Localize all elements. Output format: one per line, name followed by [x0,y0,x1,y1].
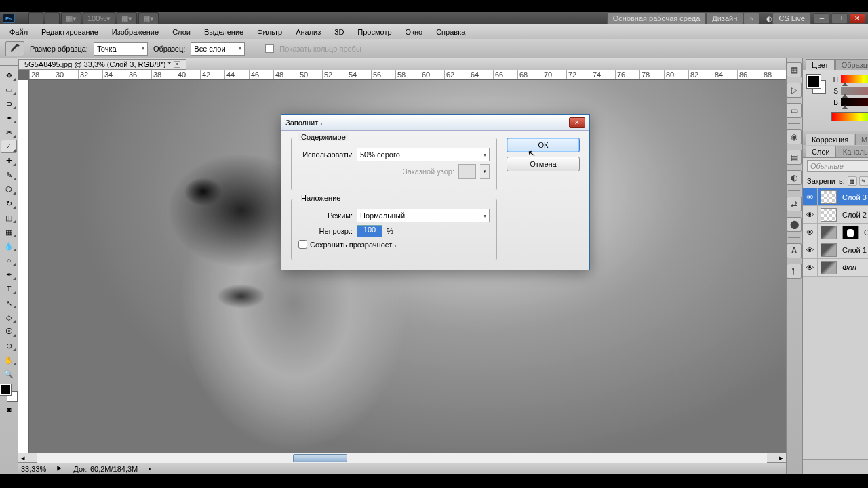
document-tab[interactable]: 5G5A8495.jpg @ 33,3% (Слой 3, RGB/8*) * … [18,59,186,70]
dialog-close-icon[interactable]: ✕ [569,117,585,128]
history-brush-tool[interactable]: ↻ [1,197,17,210]
toolbar-button[interactable] [45,12,60,24]
menu-file[interactable]: Файл [3,26,35,38]
wand-tool[interactable]: ✦ [1,111,17,125]
tab-swatches[interactable]: Образцы [835,59,868,70]
foreground-color-swatch[interactable] [0,384,11,395]
layout-dropdown[interactable]: ▦▾ [61,12,81,24]
layer-name[interactable]: Слой 2 [840,211,868,219]
layer-name[interactable]: Слой 1 [840,246,868,254]
layer-row[interactable]: 👁Слой 1 копия [803,224,868,241]
color-ramp[interactable] [831,112,868,121]
workspace-design[interactable]: Дизайн [706,12,743,24]
status-zoom[interactable]: 33,33% [21,465,46,473]
layer-thumbnail[interactable] [821,190,837,204]
tab-channels[interactable]: Каналы [837,146,868,157]
workspace-essentials[interactable]: Основная рабочая среда [607,12,707,24]
eyedropper-icon[interactable] [5,41,24,56]
arrow-icon[interactable]: ▸ [149,466,151,472]
dodge-tool[interactable]: ○ [1,253,17,267]
close-button[interactable]: ✕ [849,13,865,24]
layer-name[interactable]: Слой 3 [840,193,868,201]
panel-icon[interactable]: ◐ [787,170,802,185]
paragraph-panel-icon[interactable]: ¶ [787,264,802,279]
layer-row[interactable]: 👁Слой 3 [803,188,868,206]
opacity-input[interactable]: 100 [357,225,382,237]
show-ring-checkbox[interactable] [265,44,274,53]
visibility-icon[interactable]: 👁 [803,259,818,277]
lasso-tool[interactable]: ⊃ [1,97,17,110]
close-tab-icon[interactable]: ✕ [174,61,180,68]
tab-color[interactable]: Цвет [806,59,835,70]
layer-thumbnail[interactable] [821,226,837,239]
screen-mode-dropdown[interactable]: ▦▾ [117,12,137,24]
menu-image[interactable]: Изображение [105,26,165,38]
visibility-icon[interactable]: 👁 [803,206,818,224]
blend-mode-dropdown[interactable]: Обычные [807,160,868,172]
eyedropper-tool[interactable]: ⁄ [1,140,17,153]
crop-tool[interactable]: ✂ [1,125,17,139]
menu-layer[interactable]: Слои [165,26,197,38]
zoom-dropdown[interactable]: 100% ▾ [83,12,115,24]
lock-pixels-icon[interactable]: ✎ [859,176,868,186]
visibility-icon[interactable]: 👁 [803,224,818,241]
arrow-icon[interactable]: ⯈ [57,466,62,472]
quick-mask-tool[interactable]: ◙ [1,403,17,416]
menu-analysis[interactable]: Анализ [289,26,328,38]
layer-mask-thumbnail[interactable] [842,226,859,239]
cs-live-button[interactable]: CS Live [772,12,811,24]
path-tool[interactable]: ↖ [1,296,17,310]
layer-name[interactable]: Слой 1 копия [861,228,868,237]
healing-tool[interactable]: ✚ [1,154,17,167]
horizontal-scrollbar[interactable]: ◂ ▸ [18,453,786,462]
visibility-icon[interactable]: 👁 [803,188,818,206]
toolbar-button[interactable] [28,12,43,24]
3d-camera-tool[interactable]: ⊕ [1,339,17,352]
layer-name[interactable]: Фон [840,264,868,272]
layer-row[interactable]: 👁Слой 2 [803,206,868,224]
panel-icon[interactable]: ▤ [787,150,802,165]
tab-masks[interactable]: Маски [855,134,868,145]
layer-thumbnail[interactable] [821,243,837,257]
layer-row[interactable]: 👁Слой 1 [803,241,868,259]
mode-dropdown[interactable]: Нормальный [357,209,490,222]
character-panel-icon[interactable]: A [787,243,802,258]
workspace-more[interactable]: » [743,12,760,24]
marquee-tool[interactable]: ▭ [1,83,17,96]
menu-filter[interactable]: Фильтр [250,26,289,38]
menu-help[interactable]: Справка [429,26,472,38]
move-tool[interactable]: ✥ [1,68,17,82]
fg-color-swatch[interactable] [807,75,821,88]
layer-thumbnail[interactable] [821,261,837,274]
sample-size-dropdown[interactable]: Точка [94,42,148,56]
preserve-transparency-checkbox[interactable] [298,240,307,249]
visibility-icon[interactable]: 👁 [803,241,818,259]
brush-tool[interactable]: ✎ [1,168,17,182]
panel-icon[interactable]: ▭ [787,103,802,118]
menu-3d[interactable]: 3D [328,26,351,38]
menu-window[interactable]: Окно [399,26,430,38]
ok-button[interactable]: ОК [507,138,580,152]
panel-icon[interactable]: ◉ [787,129,802,144]
cancel-button[interactable]: Отмена [507,157,580,171]
color-swatches[interactable] [0,384,18,402]
sample-dropdown[interactable]: Все слои [191,42,245,56]
menu-select[interactable]: Выделение [197,26,250,38]
blur-tool[interactable]: 💧 [1,239,17,253]
zoom-tool[interactable]: 🔍 [1,367,17,381]
panel-icon[interactable]: ⬤ [787,217,802,232]
layer-row[interactable]: 👁Фон🔒 [803,259,868,277]
eraser-tool[interactable]: ◫ [1,211,17,224]
hue-slider[interactable] [841,75,868,83]
tab-layers[interactable]: Слои [806,146,836,157]
3d-tool[interactable]: ⦿ [1,325,17,338]
actions-panel-icon[interactable]: ▷ [787,83,802,98]
maximize-button[interactable]: ❐ [831,13,848,24]
gradient-tool[interactable]: ▦ [1,225,17,239]
minimize-button[interactable]: ─ [814,13,830,24]
tab-adjustments[interactable]: Коррекция [806,134,854,145]
bri-slider[interactable] [841,98,868,106]
lock-transparency-icon[interactable]: ▦ [848,176,857,186]
stamp-tool[interactable]: ⬡ [1,182,17,196]
layer-thumbnail[interactable] [821,208,837,222]
